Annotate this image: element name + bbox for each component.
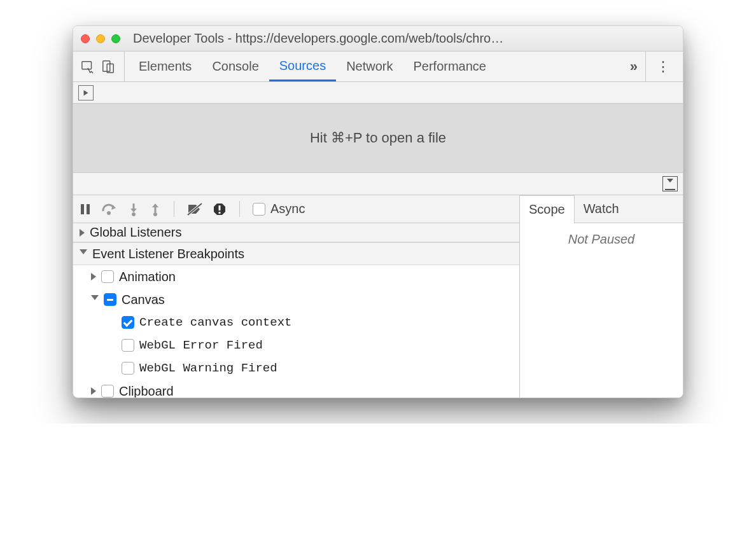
async-checkbox[interactable] [253,203,265,216]
tab-watch[interactable]: Watch [575,195,628,223]
svg-point-5 [107,211,111,215]
debugger-toolbar: Async [73,195,519,223]
chevron-down-icon [91,295,99,304]
devtools-window: Developer Tools - https://developers.goo… [73,25,683,398]
tab-network[interactable]: Network [336,52,403,81]
top-tabbar: Elements Console Sources Network Perform… [73,52,683,82]
right-panel-tabs: Scope Watch [520,195,683,223]
close-window-button[interactable] [81,34,90,43]
chevron-right-icon [91,387,96,395]
debugger-right-panel: Scope Watch Not Paused [520,195,683,397]
svg-rect-0 [82,61,92,69]
animation-checkbox[interactable] [101,270,114,283]
editor-footer-strip [73,172,683,195]
pause-on-exceptions-icon[interactable] [213,202,227,216]
category-label: Animation [119,270,176,284]
more-tabs-button[interactable]: » [622,59,645,75]
inspect-element-icon[interactable] [81,60,95,74]
svg-rect-11 [219,212,221,214]
tab-sources[interactable]: Sources [269,52,336,81]
webgl-error-checkbox[interactable] [122,339,134,352]
svg-point-6 [132,212,136,216]
titlebar: Developer Tools - https://developers.goo… [73,26,683,52]
pause-icon[interactable] [80,203,91,216]
category-label: Clipboard [119,384,174,398]
chevron-down-icon [80,249,87,258]
spacer [109,319,116,326]
create-canvas-context-checkbox[interactable] [122,316,134,329]
zoom-window-button[interactable] [111,34,120,43]
tab-scope[interactable]: Scope [520,195,575,223]
breakpoint-label: WebGL Error Fired [139,338,263,352]
step-out-icon[interactable] [150,202,161,216]
deactivate-breakpoints-icon[interactable] [187,203,202,216]
spacer [109,364,116,372]
tab-console[interactable]: Console [202,52,269,81]
svg-rect-1 [103,60,110,71]
debugger-left-panel: Async Global Listeners Event Listener Br… [73,195,520,397]
panel-tabs: Elements Console Sources Network Perform… [129,52,622,81]
file-tab-strip [73,82,683,104]
breakpoint-label: WebGL Warning Fired [139,361,277,375]
category-label: Canvas [122,293,165,307]
clipboard-checkbox[interactable] [101,385,114,397]
category-canvas[interactable]: Canvas [73,288,519,311]
toggle-drawer-icon[interactable] [662,176,678,191]
show-navigator-icon[interactable] [78,85,94,100]
webgl-warning-checkbox[interactable] [122,362,134,375]
spacer [109,342,116,349]
canvas-checkbox[interactable] [104,293,116,306]
breakpoint-webgl-error-fired[interactable]: WebGL Error Fired [73,334,519,357]
open-file-hint: Hit ⌘+P to open a file [73,104,683,172]
step-over-icon[interactable] [101,202,118,216]
tab-performance[interactable]: Performance [403,52,497,81]
devtools-menu-button[interactable]: ⋮ [645,52,675,81]
chevron-right-icon [91,273,96,280]
section-label: Event Listener Breakpoints [92,247,244,261]
debugger-panel: Async Global Listeners Event Listener Br… [73,195,683,397]
svg-point-7 [153,212,157,216]
step-into-icon[interactable] [128,202,139,216]
chevron-right-icon [80,229,85,237]
breakpoints-tree: Global Listeners Event Listener Breakpoi… [73,223,519,397]
svg-rect-10 [219,205,221,210]
open-file-hint-text: Hit ⌘+P to open a file [310,130,446,146]
section-event-listener-breakpoints[interactable]: Event Listener Breakpoints [73,242,519,265]
svg-rect-4 [87,204,90,214]
category-animation[interactable]: Animation [73,265,519,288]
async-label: Async [270,202,305,216]
scope-body: Not Paused [520,223,683,397]
tab-elements[interactable]: Elements [129,52,202,81]
traffic-lights [81,34,120,43]
breakpoint-create-canvas-context[interactable]: Create canvas context [73,311,519,334]
window-title: Developer Tools - https://developers.goo… [130,31,675,46]
section-label: Global Listeners [90,225,182,240]
category-clipboard[interactable]: Clipboard [73,380,519,397]
device-toggle-icon[interactable] [101,60,115,74]
minimize-window-button[interactable] [96,34,105,43]
not-paused-text: Not Paused [568,232,635,397]
breakpoint-label: Create canvas context [139,315,291,329]
breakpoint-webgl-warning-fired[interactable]: WebGL Warning Fired [73,357,519,380]
svg-rect-3 [81,204,84,214]
section-global-listeners[interactable]: Global Listeners [73,223,519,242]
